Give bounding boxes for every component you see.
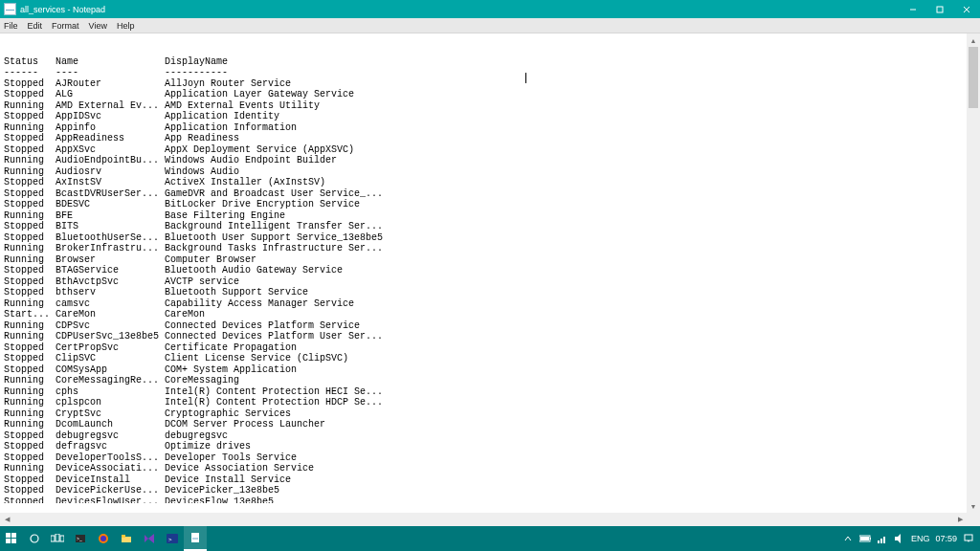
svg-marker-29 (895, 534, 901, 543)
volume-icon[interactable] (894, 533, 905, 544)
title-bar[interactable]: all_services - Notepad (0, 0, 980, 18)
title-bar-left: all_services - Notepad (4, 3, 105, 15)
svg-text:>_: >_ (77, 536, 82, 541)
menu-bar: File Edit Format View Help (0, 18, 980, 33)
minimize-button[interactable] (900, 0, 926, 18)
svg-point-8 (31, 535, 38, 542)
taskbar: >_ > (0, 526, 980, 551)
svg-marker-18 (145, 534, 154, 543)
taskbar-app-explorer[interactable] (115, 526, 138, 551)
svg-point-15 (100, 536, 106, 541)
taskview-button[interactable] (46, 526, 69, 551)
scroll-right-icon[interactable]: ▶ (953, 513, 967, 526)
svg-rect-11 (60, 536, 64, 541)
taskbar-left: >_ > (0, 526, 207, 551)
svg-rect-26 (878, 540, 880, 543)
taskbar-app-firefox[interactable] (92, 526, 115, 551)
vertical-scrollbar[interactable]: ▲ ▼ (967, 33, 980, 513)
text-content[interactable]: Status Name DisplayName ------ ---- ----… (0, 43, 967, 503)
menu-view[interactable]: View (88, 21, 108, 31)
vertical-scroll-thumb[interactable] (969, 47, 978, 108)
svg-rect-6 (6, 539, 11, 543)
scrollbar-corner (967, 513, 980, 526)
svg-rect-7 (11, 539, 16, 543)
taskbar-app-notepad[interactable] (184, 526, 207, 551)
firefox-icon (98, 533, 109, 544)
taskbar-app-vs[interactable] (138, 526, 161, 551)
svg-text:>: > (168, 537, 172, 542)
svg-rect-5 (11, 533, 16, 538)
scroll-left-icon[interactable]: ◀ (0, 513, 13, 526)
notepad-task-icon (189, 532, 201, 543)
svg-rect-1 (937, 7, 943, 12)
svg-rect-27 (880, 539, 882, 543)
network-icon[interactable] (877, 533, 888, 544)
tray-chevron-up-icon[interactable] (842, 533, 854, 544)
window-controls (900, 0, 980, 18)
svg-marker-31 (968, 540, 969, 542)
powershell-icon: > (167, 533, 178, 544)
scroll-down-icon[interactable]: ▼ (967, 499, 980, 513)
taskview-icon (51, 534, 64, 543)
close-button[interactable] (953, 0, 980, 18)
maximize-button[interactable] (926, 0, 953, 18)
window-title: all_services - Notepad (20, 5, 105, 14)
cortana-button[interactable] (23, 526, 46, 551)
ime-indicator[interactable]: ENG (911, 534, 930, 543)
battery-icon[interactable] (859, 533, 871, 544)
app-window: all_services - Notepad File Edit Format … (0, 0, 980, 551)
notepad-icon (4, 3, 16, 15)
terminal-icon: >_ (75, 533, 86, 544)
menu-help[interactable]: Help (116, 21, 136, 31)
menu-edit[interactable]: Edit (27, 21, 44, 31)
horizontal-scrollbar[interactable]: ◀ ▶ (0, 513, 967, 526)
svg-rect-9 (51, 536, 55, 541)
editor-area: Status Name DisplayName ------ ---- ----… (0, 33, 980, 526)
menu-format[interactable]: Format (51, 21, 80, 31)
svg-rect-30 (965, 535, 972, 540)
svg-rect-28 (883, 537, 885, 543)
start-button[interactable] (0, 526, 23, 551)
scroll-up-icon[interactable]: ▲ (967, 33, 980, 47)
svg-rect-24 (860, 537, 869, 540)
notification-icon[interactable] (963, 533, 974, 544)
taskbar-app-terminal[interactable]: >_ (69, 526, 92, 551)
svg-rect-4 (6, 533, 11, 538)
windows-icon (6, 533, 17, 544)
text-caret (525, 73, 526, 83)
circle-icon (29, 533, 40, 544)
svg-rect-21 (191, 533, 199, 542)
folder-icon (121, 533, 132, 544)
taskbar-right: ENG 07:59 (842, 533, 974, 544)
svg-rect-10 (56, 534, 59, 541)
visualstudio-icon (144, 533, 155, 544)
svg-rect-17 (122, 535, 125, 538)
menu-file[interactable]: File (3, 21, 19, 31)
svg-rect-25 (870, 538, 871, 540)
taskbar-app-powershell[interactable]: > (161, 526, 184, 551)
clock[interactable]: 07:59 (935, 534, 957, 543)
